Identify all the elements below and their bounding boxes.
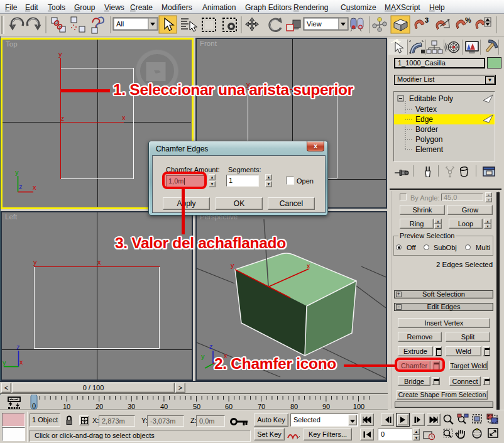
svg-text:30: 30 [128,403,135,410]
svg-text:70: 70 [258,403,265,410]
svg-text:90: 90 [322,403,330,410]
svg-text:x: x [19,358,23,366]
svg-text:z: z [19,183,23,190]
svg-text:50: 50 [193,403,200,410]
svg-text:x: x [33,183,36,191]
svg-text:x: x [307,262,310,270]
svg-text:All: All [116,20,124,28]
svg-text:View: View [307,20,322,28]
svg-text:y: y [201,353,205,360]
svg-text:0: 0 [32,402,36,410]
svg-text:Element: Element [415,145,444,154]
svg-text:100: 100 [353,403,364,410]
svg-text:y: y [33,258,37,266]
svg-text:y: y [231,261,234,269]
svg-text:y: y [58,50,62,58]
svg-text:Border: Border [415,125,438,134]
svg-text:x: x [97,258,101,266]
svg-text:10: 10 [63,403,70,410]
svg-text:60: 60 [225,403,233,410]
svg-text:80: 80 [290,403,298,410]
svg-text:y: y [3,359,6,366]
svg-text:20: 20 [96,403,103,410]
svg-text:40: 40 [160,403,168,410]
svg-text:y: y [15,168,19,176]
svg-text:z: z [209,342,213,350]
svg-text:Vertex: Vertex [415,105,437,114]
svg-text:3: 3 [425,16,429,24]
svg-text:%: % [465,16,471,24]
svg-text:x: x [122,114,126,121]
svg-text:Editable Poly: Editable Poly [409,94,453,103]
svg-text:z: z [16,343,20,351]
svg-text:Edge: Edge [415,115,433,124]
svg-text:z: z [61,115,64,122]
svg-text:Polygon: Polygon [415,135,442,144]
